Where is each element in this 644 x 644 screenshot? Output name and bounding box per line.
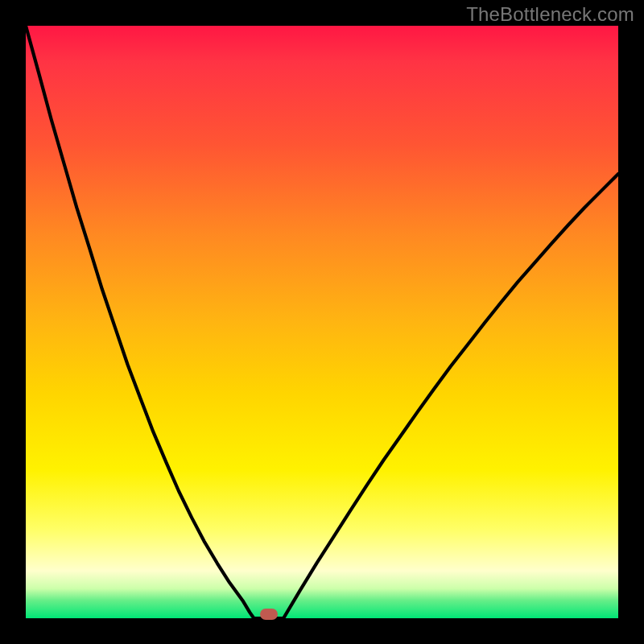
bottleneck-curve bbox=[26, 26, 618, 618]
outer-frame: TheBottleneck.com bbox=[0, 0, 644, 644]
optimal-marker bbox=[260, 609, 278, 620]
curve-svg bbox=[26, 26, 618, 618]
watermark-text: TheBottleneck.com bbox=[466, 3, 634, 26]
plot-area bbox=[26, 26, 618, 618]
